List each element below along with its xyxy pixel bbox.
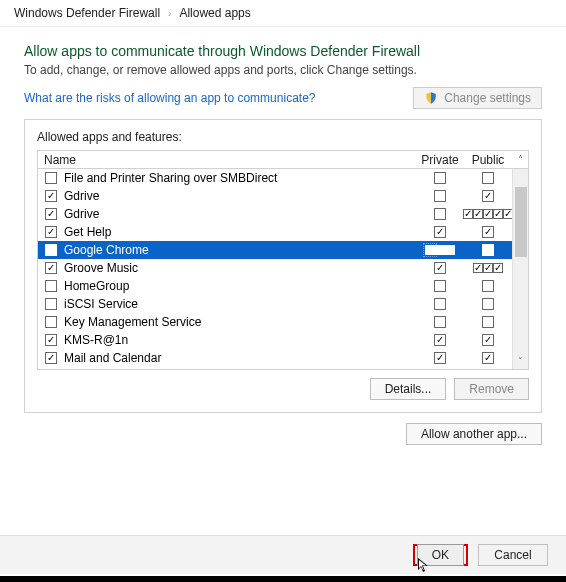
row-private-checkbox[interactable] (416, 334, 464, 346)
page-subtitle: To add, change, or remove allowed apps a… (24, 63, 542, 77)
row-enabled-checkbox[interactable] (44, 261, 58, 275)
row-name: Gdrive (62, 189, 416, 203)
row-enabled-checkbox[interactable] (44, 189, 58, 203)
breadcrumb-root[interactable]: Windows Defender Firewall (14, 6, 160, 20)
row-enabled-checkbox[interactable] (44, 243, 58, 257)
table-row[interactable]: HomeGroup (38, 277, 512, 295)
table-row[interactable]: Google Chrome (38, 241, 512, 259)
ok-highlight: OK (413, 544, 468, 566)
table-row[interactable]: Gdrive (38, 205, 512, 223)
row-name: iSCSI Service (62, 297, 416, 311)
table-row[interactable]: mDNS (38, 367, 512, 369)
row-public-checkbox[interactable] (464, 172, 512, 184)
page-title: Allow apps to communicate through Window… (24, 43, 542, 59)
row-name: File and Printer Sharing over SMBDirect (62, 171, 416, 185)
row-public-checkbox[interactable] (464, 280, 512, 292)
row-enabled-checkbox[interactable] (44, 279, 58, 293)
change-settings-button: Change settings (413, 87, 542, 109)
scrollbar-thumb[interactable] (515, 187, 527, 257)
row-public-checkbox[interactable] (464, 190, 512, 202)
row-name: HomeGroup (62, 279, 416, 293)
breadcrumb-current: Allowed apps (179, 6, 250, 20)
row-private-checkbox[interactable] (416, 280, 464, 292)
chevron-right-icon: › (168, 8, 171, 19)
row-private-checkbox[interactable] (416, 172, 464, 184)
dialog-footer: OK Cancel (0, 535, 566, 574)
risks-link[interactable]: What are the risks of allowing an app to… (24, 91, 315, 105)
cancel-button[interactable]: Cancel (478, 544, 548, 566)
row-private-checkbox[interactable] (416, 208, 464, 220)
row-name: Key Management Service (62, 315, 416, 329)
row-private-checkbox[interactable] (416, 352, 464, 364)
ok-button[interactable]: OK (417, 544, 464, 566)
scroll-up-icon[interactable]: ˄ (512, 154, 528, 165)
row-public-checkbox[interactable] (464, 316, 512, 328)
vertical-scrollbar[interactable]: ˅ (512, 169, 528, 369)
row-name: Google Chrome (62, 243, 416, 257)
row-name: KMS-R@1n (62, 333, 416, 347)
row-name: Groove Music (62, 261, 416, 275)
row-public-checkbox[interactable] (464, 209, 512, 219)
bottom-border (0, 576, 566, 582)
row-public-checkbox[interactable] (464, 298, 512, 310)
row-enabled-checkbox[interactable] (44, 315, 58, 329)
row-public-checkbox[interactable] (464, 352, 512, 364)
row-private-checkbox[interactable] (416, 190, 464, 202)
row-enabled-checkbox[interactable] (44, 207, 58, 221)
scroll-down-icon[interactable]: ˅ (513, 353, 528, 369)
table-row[interactable]: Mail and Calendar (38, 349, 512, 367)
row-enabled-checkbox[interactable] (44, 225, 58, 239)
row-private-checkbox[interactable] (416, 316, 464, 328)
panel-caption: Allowed apps and features: (37, 130, 529, 144)
table-row[interactable]: KMS-R@1n (38, 331, 512, 349)
row-enabled-checkbox[interactable] (44, 333, 58, 347)
breadcrumb: Windows Defender Firewall › Allowed apps (0, 0, 566, 27)
allow-another-app-button[interactable]: Allow another app... (406, 423, 542, 445)
row-public-checkbox[interactable] (464, 226, 512, 238)
table-row[interactable]: iSCSI Service (38, 295, 512, 313)
row-name: Gdrive (62, 207, 416, 221)
change-settings-label: Change settings (444, 91, 531, 105)
row-public-checkbox[interactable] (464, 244, 512, 256)
row-private-checkbox[interactable] (416, 298, 464, 310)
details-button[interactable]: Details... (370, 378, 447, 400)
allowed-apps-panel: Allowed apps and features: Name Private … (24, 119, 542, 413)
grid-header: Name Private Public ˄ (38, 151, 528, 169)
table-row[interactable]: Gdrive (38, 187, 512, 205)
row-name: Get Help (62, 225, 416, 239)
remove-button: Remove (454, 378, 529, 400)
table-row[interactable]: Groove Music (38, 259, 512, 277)
shield-icon (424, 91, 438, 105)
row-enabled-checkbox[interactable] (44, 171, 58, 185)
col-public[interactable]: Public (464, 153, 512, 167)
row-enabled-checkbox[interactable] (44, 351, 58, 365)
table-row[interactable]: Get Help (38, 223, 512, 241)
row-private-checkbox[interactable] (416, 226, 464, 238)
col-name[interactable]: Name (44, 153, 416, 167)
apps-grid: Name Private Public ˄ File and Printer S… (37, 150, 529, 370)
row-private-checkbox[interactable] (416, 262, 464, 274)
row-name: Mail and Calendar (62, 351, 416, 365)
table-row[interactable]: File and Printer Sharing over SMBDirect (38, 169, 512, 187)
row-enabled-checkbox[interactable] (44, 297, 58, 311)
row-private-checkbox[interactable] (416, 245, 464, 255)
row-public-checkbox[interactable] (464, 334, 512, 346)
row-public-checkbox[interactable] (464, 263, 512, 273)
col-private[interactable]: Private (416, 153, 464, 167)
table-row[interactable]: Key Management Service (38, 313, 512, 331)
